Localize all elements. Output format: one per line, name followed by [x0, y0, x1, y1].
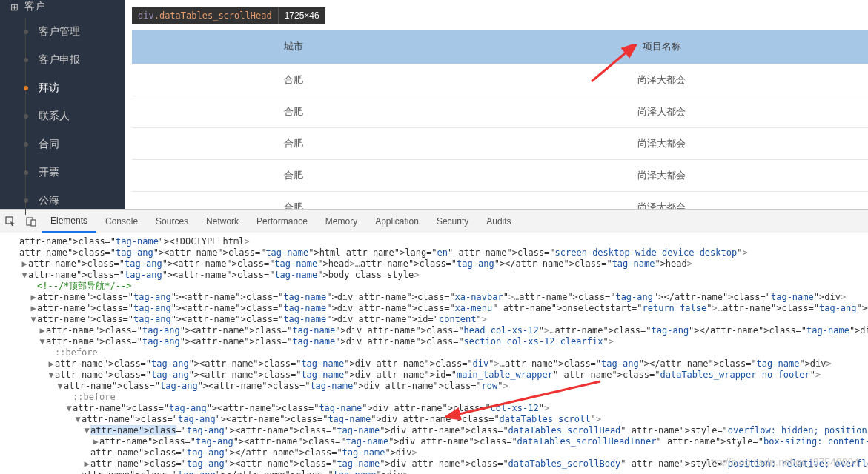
- devtools-toolbar: Elements Console Sources Network Perform…: [0, 210, 868, 233]
- sidebar-item-label: 联系人: [39, 110, 70, 123]
- sidebar: ⊞ 客户 客户管理 客户申报 拜访 联系人 合同 开票 公海: [0, 0, 125, 209]
- sidebar-item-public-sea[interactable]: 公海: [0, 187, 125, 215]
- dot-icon: [24, 30, 28, 34]
- devtools-panel: Elements Console Sources Network Perform…: [0, 209, 868, 474]
- data-table-container: 城市 项目名称 合肥尚泽大都会 合肥尚泽大都会 合肥尚泽大都会 合肥尚泽大都会 …: [132, 30, 868, 209]
- table-row[interactable]: 合肥尚泽大都会: [132, 128, 868, 160]
- table-row[interactable]: 合肥尚泽大都会: [132, 192, 868, 210]
- cell-project: 尚泽大都会: [456, 160, 868, 192]
- tooltip-dimensions: 1725×46: [278, 7, 325, 24]
- sidebar-item-invoice[interactable]: 开票: [0, 158, 125, 187]
- sidebar-section-label: 客户: [24, 0, 45, 13]
- cell-city: 合肥: [132, 128, 456, 160]
- data-table: 城市 项目名称 合肥尚泽大都会 合肥尚泽大都会 合肥尚泽大都会 合肥尚泽大都会 …: [132, 30, 868, 209]
- cell-city: 合肥: [132, 96, 456, 128]
- table-row[interactable]: 合肥尚泽大都会: [132, 64, 868, 96]
- svg-rect-3: [31, 220, 36, 226]
- tab-sources[interactable]: Sources: [147, 210, 197, 233]
- sidebar-item-label: 公海: [39, 194, 59, 207]
- sidebar-item-contacts[interactable]: 联系人: [0, 102, 125, 130]
- sidebar-item-visit[interactable]: 拜访: [0, 74, 125, 102]
- dot-icon: [24, 114, 28, 118]
- sidebar-item-label: 合同: [39, 138, 59, 151]
- sidebar-item-label: 客户申报: [39, 53, 80, 67]
- dot-icon: [24, 86, 28, 90]
- cell-city: 合肥: [132, 192, 456, 210]
- table-header-row: 城市 项目名称: [132, 30, 868, 64]
- col-header-project[interactable]: 项目名称: [456, 30, 868, 64]
- table-row[interactable]: 合肥尚泽大都会: [132, 160, 868, 192]
- cell-project: 尚泽大都会: [456, 192, 868, 210]
- sidebar-item-label: 客户管理: [39, 25, 80, 39]
- cell-project: 尚泽大都会: [456, 128, 868, 160]
- tab-audits[interactable]: Audits: [477, 210, 520, 233]
- cell-project: 尚泽大都会: [456, 96, 868, 128]
- sidebar-item-label: 开票: [39, 166, 59, 179]
- dom-tree[interactable]: attr-name">class="tag-name"><!DOCTYPE ht…: [0, 233, 868, 474]
- main-content: div.dataTables_scrollHead 1725×46 城市 项目名…: [125, 0, 868, 209]
- dot-icon: [24, 58, 28, 62]
- cell-project: 尚泽大都会: [456, 64, 868, 96]
- cell-city: 合肥: [132, 160, 456, 192]
- grid-icon: ⊞: [10, 1, 19, 13]
- tab-memory[interactable]: Memory: [317, 210, 366, 233]
- sidebar-section-header: ⊞ 客户: [0, 0, 125, 18]
- tab-performance[interactable]: Performance: [248, 210, 317, 233]
- table-row[interactable]: 合肥尚泽大都会: [132, 96, 868, 128]
- tab-application[interactable]: Application: [366, 210, 428, 233]
- cell-city: 合肥: [132, 64, 456, 96]
- element-inspector-tooltip: div.dataTables_scrollHead 1725×46: [132, 7, 325, 24]
- dot-icon: [24, 198, 28, 203]
- sidebar-item-customer-declare[interactable]: 客户申报: [0, 46, 125, 74]
- sidebar-item-contract[interactable]: 合同: [0, 130, 125, 158]
- sidebar-item-customer-manage[interactable]: 客户管理: [0, 18, 125, 46]
- dot-icon: [24, 142, 28, 147]
- tab-network[interactable]: Network: [197, 210, 248, 233]
- col-header-city[interactable]: 城市: [132, 30, 456, 64]
- sidebar-item-label: 拜访: [39, 81, 59, 95]
- tooltip-selector: div.dataTables_scrollHead: [132, 7, 278, 24]
- dot-icon: [24, 170, 28, 175]
- tab-security[interactable]: Security: [428, 210, 477, 233]
